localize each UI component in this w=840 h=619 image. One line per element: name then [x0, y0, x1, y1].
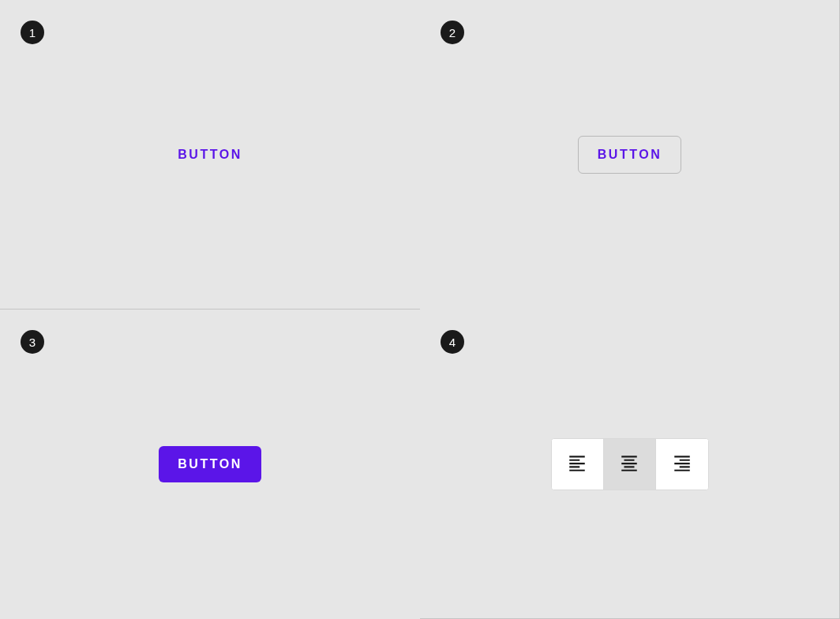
align-left-icon [567, 452, 587, 475]
quadrant-badge: 4 [441, 330, 464, 354]
align-left-button[interactable] [552, 439, 604, 490]
align-center-button[interactable] [604, 439, 656, 490]
align-right-button[interactable] [656, 439, 708, 490]
outlined-button[interactable]: BUTTON [578, 136, 681, 174]
quadrant-3: 3 BUTTON [0, 310, 420, 619]
quadrant-badge: 2 [441, 21, 464, 44]
quadrant-1: 1 BUTTON [0, 0, 420, 310]
contained-button[interactable]: BUTTON [159, 446, 261, 482]
quadrant-4: 4 [420, 310, 840, 619]
quadrant-badge: 1 [21, 21, 44, 44]
quadrant-2: 2 BUTTON [420, 0, 840, 310]
text-button[interactable]: BUTTON [178, 148, 242, 162]
alignment-toggle-group [551, 438, 709, 490]
quadrant-badge: 3 [21, 330, 44, 354]
align-right-icon [672, 452, 692, 475]
align-center-icon [619, 452, 639, 475]
